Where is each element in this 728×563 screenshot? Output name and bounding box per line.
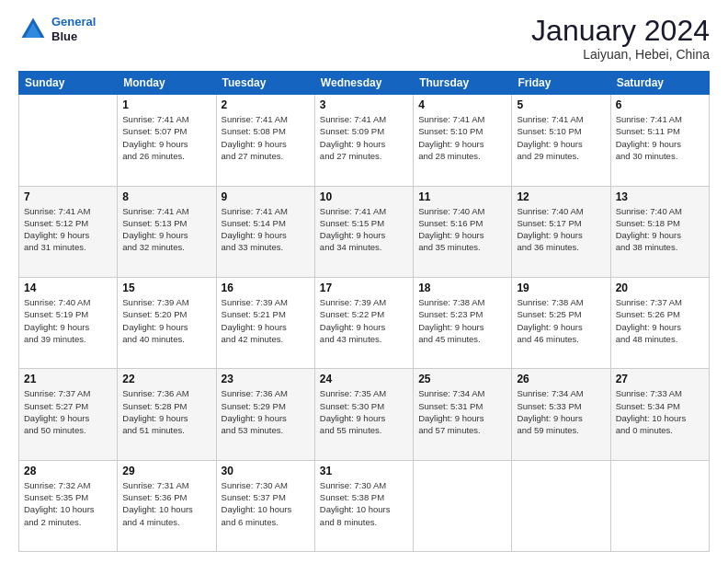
- day-cell: 20Sunrise: 7:37 AM Sunset: 5:26 PM Dayli…: [610, 277, 709, 368]
- day-cell: 7Sunrise: 7:41 AM Sunset: 5:12 PM Daylig…: [19, 186, 118, 277]
- day-number: 14: [24, 282, 112, 294]
- day-cell: 15Sunrise: 7:39 AM Sunset: 5:20 PM Dayli…: [118, 277, 216, 368]
- day-number: 16: [222, 282, 310, 294]
- day-number: 20: [616, 282, 704, 294]
- day-number: 17: [320, 282, 408, 294]
- day-info: Sunrise: 7:37 AM Sunset: 5:27 PM Dayligh…: [24, 387, 112, 436]
- page: General Blue January 2024 Laiyuan, Hebei…: [0, 0, 728, 563]
- day-cell: 12Sunrise: 7:40 AM Sunset: 5:17 PM Dayli…: [512, 186, 610, 277]
- day-info: Sunrise: 7:41 AM Sunset: 5:10 PM Dayligh…: [418, 113, 506, 162]
- day-number: 26: [517, 373, 605, 385]
- day-number: 13: [616, 190, 704, 203]
- day-cell: 26Sunrise: 7:34 AM Sunset: 5:33 PM Dayli…: [512, 369, 610, 460]
- week-row-5: 28Sunrise: 7:32 AM Sunset: 5:35 PM Dayli…: [19, 460, 710, 551]
- day-cell: 1Sunrise: 7:41 AM Sunset: 5:07 PM Daylig…: [118, 95, 216, 186]
- day-info: Sunrise: 7:41 AM Sunset: 5:12 PM Dayligh…: [24, 205, 112, 254]
- col-header-friday: Friday: [512, 72, 610, 95]
- day-cell: 6Sunrise: 7:41 AM Sunset: 5:11 PM Daylig…: [610, 95, 709, 186]
- day-info: Sunrise: 7:39 AM Sunset: 5:22 PM Dayligh…: [320, 296, 408, 345]
- day-info: Sunrise: 7:32 AM Sunset: 5:35 PM Dayligh…: [24, 479, 112, 528]
- day-info: Sunrise: 7:41 AM Sunset: 5:13 PM Dayligh…: [122, 205, 210, 254]
- col-header-monday: Monday: [118, 72, 216, 95]
- day-info: Sunrise: 7:40 AM Sunset: 5:16 PM Dayligh…: [418, 205, 506, 254]
- day-cell: 10Sunrise: 7:41 AM Sunset: 5:15 PM Dayli…: [314, 186, 413, 277]
- day-cell: 21Sunrise: 7:37 AM Sunset: 5:27 PM Dayli…: [19, 369, 118, 460]
- day-info: Sunrise: 7:41 AM Sunset: 5:14 PM Dayligh…: [222, 205, 310, 254]
- day-number: 23: [222, 373, 310, 385]
- day-cell: 16Sunrise: 7:39 AM Sunset: 5:21 PM Dayli…: [216, 277, 314, 368]
- day-cell: 2Sunrise: 7:41 AM Sunset: 5:08 PM Daylig…: [216, 95, 314, 186]
- month-title: January 2024: [531, 15, 710, 47]
- day-number: 3: [320, 98, 408, 111]
- day-number: 6: [616, 98, 704, 111]
- day-cell: 31Sunrise: 7:30 AM Sunset: 5:38 PM Dayli…: [314, 460, 413, 551]
- day-cell: 5Sunrise: 7:41 AM Sunset: 5:10 PM Daylig…: [512, 95, 610, 186]
- day-number: 22: [122, 373, 210, 385]
- day-number: 27: [616, 373, 704, 385]
- day-cell: 19Sunrise: 7:38 AM Sunset: 5:25 PM Dayli…: [512, 277, 610, 368]
- day-number: 19: [517, 282, 605, 294]
- day-number: 4: [418, 98, 506, 111]
- day-cell: 24Sunrise: 7:35 AM Sunset: 5:30 PM Dayli…: [314, 369, 413, 460]
- logo: General Blue: [18, 15, 96, 44]
- day-cell: [610, 460, 709, 551]
- col-header-wednesday: Wednesday: [314, 72, 413, 95]
- day-info: Sunrise: 7:30 AM Sunset: 5:37 PM Dayligh…: [222, 479, 310, 528]
- day-cell: 3Sunrise: 7:41 AM Sunset: 5:09 PM Daylig…: [314, 95, 413, 186]
- header: General Blue January 2024 Laiyuan, Hebei…: [18, 15, 710, 62]
- col-header-saturday: Saturday: [610, 72, 709, 95]
- day-number: 21: [24, 373, 112, 385]
- day-cell: 11Sunrise: 7:40 AM Sunset: 5:16 PM Dayli…: [414, 186, 512, 277]
- day-cell: [512, 460, 610, 551]
- day-number: 24: [320, 373, 408, 385]
- day-number: 29: [122, 465, 210, 477]
- day-number: 8: [122, 190, 210, 203]
- day-info: Sunrise: 7:39 AM Sunset: 5:21 PM Dayligh…: [222, 296, 310, 345]
- day-number: 31: [320, 465, 408, 477]
- logo-icon: [18, 15, 48, 44]
- day-cell: 4Sunrise: 7:41 AM Sunset: 5:10 PM Daylig…: [414, 95, 512, 186]
- day-info: Sunrise: 7:41 AM Sunset: 5:09 PM Dayligh…: [320, 113, 408, 162]
- day-info: Sunrise: 7:34 AM Sunset: 5:31 PM Dayligh…: [418, 387, 506, 436]
- day-info: Sunrise: 7:31 AM Sunset: 5:36 PM Dayligh…: [122, 479, 210, 528]
- title-block: January 2024 Laiyuan, Hebei, China: [531, 15, 710, 62]
- day-cell: 30Sunrise: 7:30 AM Sunset: 5:37 PM Dayli…: [216, 460, 314, 551]
- day-info: Sunrise: 7:30 AM Sunset: 5:38 PM Dayligh…: [320, 479, 408, 528]
- week-row-2: 7Sunrise: 7:41 AM Sunset: 5:12 PM Daylig…: [19, 186, 710, 277]
- day-info: Sunrise: 7:36 AM Sunset: 5:28 PM Dayligh…: [122, 387, 210, 436]
- day-number: 9: [222, 190, 310, 203]
- day-info: Sunrise: 7:41 AM Sunset: 5:07 PM Dayligh…: [122, 113, 210, 162]
- week-row-3: 14Sunrise: 7:40 AM Sunset: 5:19 PM Dayli…: [19, 277, 710, 368]
- day-number: 28: [24, 465, 112, 477]
- day-number: 5: [517, 98, 605, 111]
- day-info: Sunrise: 7:33 AM Sunset: 5:34 PM Dayligh…: [616, 387, 704, 436]
- week-row-4: 21Sunrise: 7:37 AM Sunset: 5:27 PM Dayli…: [19, 369, 710, 460]
- calendar-table: SundayMondayTuesdayWednesdayThursdayFrid…: [18, 71, 710, 552]
- day-info: Sunrise: 7:41 AM Sunset: 5:11 PM Dayligh…: [616, 113, 704, 162]
- day-number: 12: [517, 190, 605, 203]
- day-cell: 29Sunrise: 7:31 AM Sunset: 5:36 PM Dayli…: [118, 460, 216, 551]
- calendar-header-row: SundayMondayTuesdayWednesdayThursdayFrid…: [19, 72, 710, 95]
- day-cell: 14Sunrise: 7:40 AM Sunset: 5:19 PM Dayli…: [19, 277, 118, 368]
- day-info: Sunrise: 7:41 AM Sunset: 5:15 PM Dayligh…: [320, 205, 408, 254]
- logo-text: General Blue: [51, 15, 96, 43]
- week-row-1: 1Sunrise: 7:41 AM Sunset: 5:07 PM Daylig…: [19, 95, 710, 186]
- col-header-thursday: Thursday: [414, 72, 512, 95]
- day-number: 1: [122, 98, 210, 111]
- day-info: Sunrise: 7:35 AM Sunset: 5:30 PM Dayligh…: [320, 387, 408, 436]
- col-header-tuesday: Tuesday: [216, 72, 314, 95]
- day-cell: 18Sunrise: 7:38 AM Sunset: 5:23 PM Dayli…: [414, 277, 512, 368]
- day-info: Sunrise: 7:37 AM Sunset: 5:26 PM Dayligh…: [616, 296, 704, 345]
- day-info: Sunrise: 7:41 AM Sunset: 5:08 PM Dayligh…: [222, 113, 310, 162]
- day-info: Sunrise: 7:41 AM Sunset: 5:10 PM Dayligh…: [517, 113, 605, 162]
- day-cell: 25Sunrise: 7:34 AM Sunset: 5:31 PM Dayli…: [414, 369, 512, 460]
- day-number: 25: [418, 373, 506, 385]
- day-info: Sunrise: 7:34 AM Sunset: 5:33 PM Dayligh…: [517, 387, 605, 436]
- day-number: 7: [24, 190, 112, 203]
- day-info: Sunrise: 7:36 AM Sunset: 5:29 PM Dayligh…: [222, 387, 310, 436]
- day-cell: 28Sunrise: 7:32 AM Sunset: 5:35 PM Dayli…: [19, 460, 118, 551]
- day-cell: [414, 460, 512, 551]
- day-cell: 13Sunrise: 7:40 AM Sunset: 5:18 PM Dayli…: [610, 186, 709, 277]
- day-info: Sunrise: 7:39 AM Sunset: 5:20 PM Dayligh…: [122, 296, 210, 345]
- day-number: 2: [222, 98, 310, 111]
